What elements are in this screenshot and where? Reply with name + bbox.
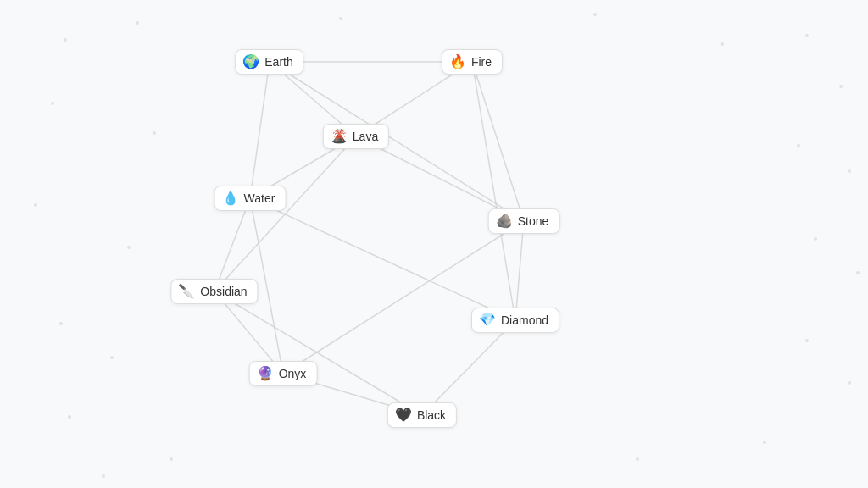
fire-icon: 🔥	[449, 55, 466, 69]
black-icon: 🖤	[395, 408, 412, 422]
lava-icon: 🌋	[331, 130, 348, 143]
node-black[interactable]: 🖤Black	[387, 402, 457, 428]
svg-line-9	[214, 136, 356, 291]
svg-line-11	[250, 198, 515, 320]
earth-icon: 🌍	[242, 55, 259, 69]
node-water[interactable]: 💧Water	[214, 186, 287, 211]
earth-label: Earth	[264, 55, 292, 69]
fire-label: Fire	[471, 55, 492, 69]
svg-line-5	[472, 62, 524, 221]
node-fire[interactable]: 🔥Fire	[442, 49, 503, 75]
diamond-label: Diamond	[501, 313, 548, 327]
svg-line-13	[515, 221, 524, 320]
stone-icon: 🪨	[496, 214, 513, 228]
water-icon: 💧	[222, 191, 239, 205]
node-obsidian[interactable]: 🔪Obsidian	[170, 279, 258, 304]
lava-label: Lava	[353, 130, 378, 143]
svg-line-3	[270, 62, 524, 221]
black-label: Black	[417, 408, 446, 422]
diamond-icon: 💎	[479, 313, 496, 327]
obsidian-label: Obsidian	[200, 285, 247, 298]
obsidian-icon: 🔪	[178, 285, 195, 298]
onyx-label: Onyx	[279, 367, 307, 380]
svg-line-17	[422, 320, 515, 415]
svg-line-16	[214, 291, 422, 415]
node-stone[interactable]: 🪨Stone	[488, 208, 560, 234]
node-diamond[interactable]: 💎Diamond	[471, 308, 559, 333]
svg-line-2	[250, 62, 270, 198]
svg-line-10	[214, 198, 250, 291]
water-label: Water	[244, 191, 275, 205]
onyx-icon: 🔮	[257, 367, 274, 380]
node-onyx[interactable]: 🔮Onyx	[249, 361, 318, 386]
node-earth[interactable]: 🌍Earth	[235, 49, 303, 75]
svg-line-14	[283, 221, 524, 374]
svg-line-6	[472, 62, 515, 320]
stone-label: Stone	[518, 214, 549, 228]
node-lava[interactable]: 🌋Lava	[323, 124, 389, 149]
